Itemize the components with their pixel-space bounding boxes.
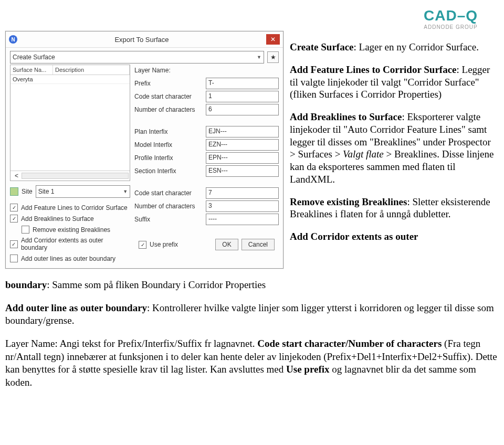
logo-main: CAD–Q: [424, 7, 478, 24]
chk-breaklines[interactable]: Add Breaklines to Surface: [10, 213, 130, 224]
suffix-label: Suffix: [134, 216, 203, 223]
term-add-breaklines: Add Breaklines to Surface: [290, 111, 402, 122]
checkbox-icon: [22, 226, 29, 234]
plan-input[interactable]: EJN---: [206, 126, 279, 137]
doc-right-column: Create Surface: Lager en ny Corridor Sur…: [290, 31, 499, 253]
chevron-down-icon: ▼: [257, 55, 261, 60]
site-label: Site: [22, 188, 33, 195]
close-button[interactable]: ✕: [266, 34, 280, 45]
logo-sub: ADDNODE GROUP: [424, 24, 478, 30]
use-prefix-label: Use prefix: [150, 241, 178, 248]
horizontal-scrollbar[interactable]: [22, 173, 129, 179]
create-surface-combo[interactable]: Create Surface ▼: [10, 51, 264, 63]
term-add-feature: Add Feature Lines to Corridor Surface: [290, 64, 457, 75]
model-label: Model Interfix: [134, 141, 203, 149]
new-surface-button[interactable]: ★: [267, 51, 279, 63]
export-dialog: N Export To Surface ✕ Create Surface ▼ ★: [5, 31, 284, 269]
term-create-surface: Create Surface: [290, 41, 354, 52]
num-chars-1-input[interactable]: 6: [206, 104, 279, 115]
use-prefix-checkbox[interactable]: [139, 241, 146, 249]
prefix-input[interactable]: T-: [206, 78, 279, 89]
checkbox-icon: [10, 255, 18, 262]
term-remove-breaklines: Remove existing Breaklines: [290, 196, 407, 207]
create-surface-value: Create Surface: [13, 54, 55, 61]
titlebar: N Export To Surface ✕: [6, 31, 283, 48]
chk-remove-breaklines[interactable]: Remove existing Breaklines: [10, 224, 130, 235]
doc-below: boundary: Samme som på fliken Boundary i…: [5, 279, 499, 389]
term-corridor-extents: Add Corridor extents as outer: [290, 231, 418, 242]
code-start-2-input[interactable]: 7: [206, 187, 279, 199]
profile-input[interactable]: EPN---: [206, 152, 279, 164]
layer-name-label: Layer Name:: [134, 67, 203, 74]
suffix-input[interactable]: ----: [206, 214, 279, 225]
site-icon: [10, 187, 18, 196]
checkbox-checked-icon: [10, 204, 18, 211]
chevron-down-icon: ▼: [123, 189, 128, 194]
col-surface-name[interactable]: Surface Na...: [10, 65, 53, 75]
ok-button[interactable]: OK: [215, 239, 238, 250]
plan-label: Plan Interfix: [134, 128, 203, 135]
site-value: Site 1: [38, 188, 55, 195]
section-label: Section Interfix: [134, 167, 203, 175]
dialog-title: Export To Surface: [17, 36, 266, 44]
chk-outer-lines[interactable]: Add outer lines as outer boundary: [10, 253, 130, 264]
cancel-button[interactable]: Cancel: [242, 239, 275, 250]
num-chars-2-input[interactable]: 3: [206, 200, 279, 212]
profile-label: Profile Interfix: [134, 154, 203, 162]
checkbox-checked-icon: [10, 215, 18, 222]
site-combo[interactable]: Site 1 ▼: [36, 185, 130, 198]
code-start-2-label: Code start character: [134, 189, 203, 197]
app-icon: N: [9, 35, 17, 44]
checkbox-checked-icon: [10, 240, 18, 248]
num-chars-1-label: Number of characters: [134, 106, 203, 113]
code-start-1-label: Code start character: [134, 93, 203, 100]
chk-corridor-extents[interactable]: Add Corridor extents as outer boundary: [10, 235, 130, 253]
brand-logo: CAD–Q ADDNODE GROUP: [5, 5, 499, 31]
code-start-1-input[interactable]: 1: [206, 91, 279, 102]
prefix-label: Prefix: [134, 80, 203, 87]
section-input[interactable]: ESN---: [206, 165, 279, 177]
surface-list[interactable]: Surface Na... Description Overyta <: [10, 65, 130, 181]
col-description[interactable]: Description: [53, 65, 130, 75]
num-chars-2-label: Number of characters: [134, 203, 203, 210]
chk-feature-lines[interactable]: Add Feature Lines to Corridor Surface: [10, 202, 130, 213]
star-icon: ★: [270, 54, 276, 61]
list-row[interactable]: Overyta: [10, 75, 130, 84]
chevron-left-icon[interactable]: <: [12, 172, 22, 179]
model-input[interactable]: EZN---: [206, 139, 279, 151]
